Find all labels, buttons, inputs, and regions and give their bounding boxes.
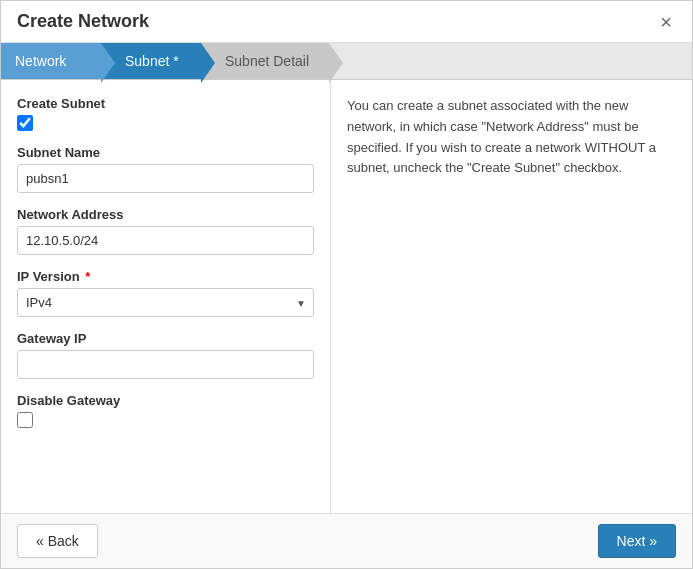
step-network-arrow bbox=[101, 43, 115, 83]
step-subnet-detail[interactable]: Subnet Detail bbox=[201, 43, 329, 79]
help-text: You can create a subnet associated with … bbox=[347, 96, 676, 179]
disable-gateway-label: Disable Gateway bbox=[17, 393, 314, 408]
modal-body: Create Subnet Subnet Name Network Addres… bbox=[1, 80, 692, 513]
modal-title: Create Network bbox=[17, 11, 149, 32]
create-network-modal: Create Network × Network Subnet * Subnet… bbox=[0, 0, 693, 569]
create-subnet-row bbox=[17, 115, 314, 131]
create-subnet-label: Create Subnet bbox=[17, 96, 314, 111]
step-network[interactable]: Network bbox=[1, 43, 101, 79]
steps-spacer bbox=[329, 43, 692, 79]
help-panel: You can create a subnet associated with … bbox=[331, 80, 692, 513]
step-subnet-label: Subnet * bbox=[125, 53, 179, 69]
subnet-name-input[interactable] bbox=[17, 164, 314, 193]
disable-gateway-group: Disable Gateway bbox=[17, 393, 314, 428]
close-button[interactable]: × bbox=[656, 12, 676, 32]
ip-version-label: IP Version * bbox=[17, 269, 314, 284]
network-address-input[interactable] bbox=[17, 226, 314, 255]
step-subnet-arrow bbox=[201, 43, 215, 83]
subnet-name-label: Subnet Name bbox=[17, 145, 314, 160]
subnet-name-group: Subnet Name bbox=[17, 145, 314, 193]
step-subnet[interactable]: Subnet * bbox=[101, 43, 201, 79]
create-subnet-group: Create Subnet bbox=[17, 96, 314, 131]
ip-version-group: IP Version * IPv4 IPv6 bbox=[17, 269, 314, 317]
gateway-ip-input[interactable] bbox=[17, 350, 314, 379]
form-panel: Create Subnet Subnet Name Network Addres… bbox=[1, 80, 331, 513]
network-address-label: Network Address bbox=[17, 207, 314, 222]
step-subnet-detail-arrow bbox=[329, 43, 343, 83]
gateway-ip-label: Gateway IP bbox=[17, 331, 314, 346]
modal-header: Create Network × bbox=[1, 1, 692, 43]
back-button[interactable]: « Back bbox=[17, 524, 98, 558]
wizard-steps: Network Subnet * Subnet Detail bbox=[1, 43, 692, 80]
next-button[interactable]: Next » bbox=[598, 524, 676, 558]
ip-version-select-wrapper: IPv4 IPv6 bbox=[17, 288, 314, 317]
step-network-label: Network bbox=[15, 53, 66, 69]
disable-gateway-checkbox[interactable] bbox=[17, 412, 33, 428]
disable-gateway-row bbox=[17, 412, 314, 428]
modal-footer: « Back Next » bbox=[1, 513, 692, 568]
step-subnet-detail-label: Subnet Detail bbox=[225, 53, 309, 69]
network-address-group: Network Address bbox=[17, 207, 314, 255]
ip-version-select[interactable]: IPv4 IPv6 bbox=[17, 288, 314, 317]
gateway-ip-group: Gateway IP bbox=[17, 331, 314, 379]
create-subnet-checkbox[interactable] bbox=[17, 115, 33, 131]
